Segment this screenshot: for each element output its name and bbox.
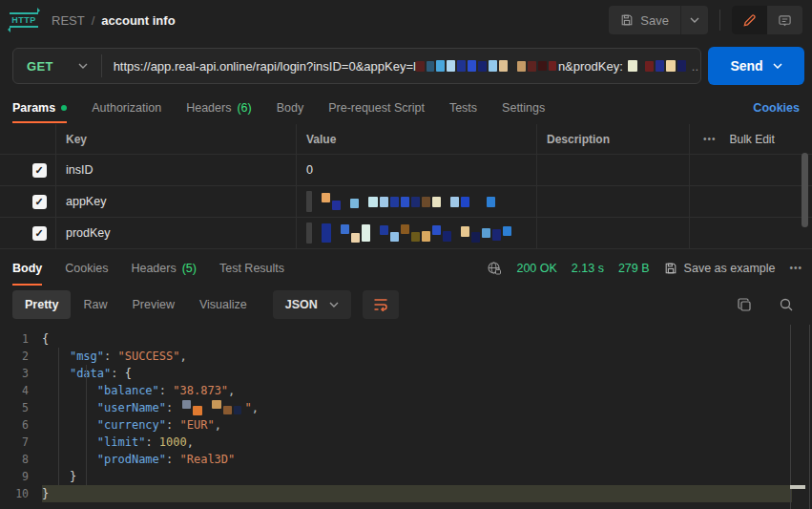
response-more-icon[interactable]: ••• — [789, 263, 802, 273]
code-token: "msg" — [70, 350, 104, 363]
save-options-button[interactable] — [680, 6, 708, 34]
param-value-cell[interactable] — [296, 186, 536, 217]
code-line: 8 "prodName": "Real3D" — [0, 451, 812, 468]
line-number: 10 — [0, 485, 42, 502]
code-line: 9 } — [0, 468, 812, 485]
redaction-block — [528, 61, 536, 72]
tab-body[interactable]: Body — [277, 93, 304, 123]
redaction-block — [422, 231, 430, 242]
redaction-block — [341, 224, 349, 234]
save-button[interactable]: Save — [609, 6, 708, 34]
tab-settings[interactable]: Settings — [502, 93, 545, 123]
tab-params[interactable]: Params — [12, 93, 67, 123]
code-token: , — [228, 384, 235, 397]
redaction-block — [322, 223, 331, 243]
code-token: 1000 — [159, 435, 187, 449]
param-checkbox[interactable] — [32, 195, 47, 209]
view-label: Preview — [132, 298, 174, 311]
code-token: { — [42, 332, 49, 346]
redaction-block — [223, 406, 232, 414]
chevron-down-icon — [78, 63, 88, 69]
response-tab-headers[interactable]: Headers (5) — [131, 250, 197, 286]
breadcrumb-request-name[interactable]: account info — [101, 13, 175, 28]
url-input[interactable]: https://app.real-api.online/rapi/login?i… — [114, 59, 700, 74]
send-button[interactable]: Send — [708, 47, 804, 85]
code-token: "prodName" — [97, 453, 166, 466]
response-time[interactable]: 2.13 s — [572, 262, 604, 275]
line-number: 3 — [0, 365, 42, 382]
param-description-cell[interactable] — [536, 155, 689, 185]
drag-handle[interactable] — [0, 218, 23, 248]
chevron-down-icon — [690, 17, 699, 23]
code-token: , — [187, 435, 194, 449]
chevron-down-icon — [773, 63, 782, 69]
more-actions-icon[interactable]: ••• — [703, 134, 717, 144]
search-icon[interactable] — [779, 297, 794, 312]
response-tab-cookies[interactable]: Cookies — [65, 250, 108, 286]
line-number: 4 — [0, 382, 42, 399]
drag-handle[interactable] — [0, 186, 23, 217]
view-raw[interactable]: Raw — [71, 290, 119, 319]
code-token: : — [111, 367, 124, 380]
chevron-down-icon — [329, 302, 339, 308]
response-tab-body[interactable]: Body — [12, 250, 42, 286]
param-checkbox[interactable] — [32, 226, 47, 241]
method-selector[interactable]: GET — [13, 59, 101, 74]
redaction-block — [401, 224, 409, 234]
save-as-example-button[interactable]: Save as example — [664, 262, 776, 275]
format-selector[interactable]: JSON — [273, 290, 351, 319]
param-value-cell[interactable] — [296, 218, 536, 248]
param-description-cell[interactable] — [536, 218, 689, 248]
param-value-cell[interactable]: 0 — [296, 155, 536, 185]
redaction-block — [401, 197, 409, 207]
response-tab-test-results[interactable]: Test Results — [219, 250, 284, 286]
cookies-link[interactable]: Cookies — [753, 101, 800, 115]
redaction-block — [517, 61, 526, 72]
param-row-insid: insID 0 — [0, 155, 812, 186]
comments-button[interactable] — [767, 6, 802, 34]
redaction-block — [432, 225, 441, 235]
response-size[interactable]: 279 B — [618, 262, 650, 275]
view-pretty[interactable]: Pretty — [12, 290, 71, 319]
redacted-value — [182, 403, 243, 413]
headers-count: (6) — [237, 101, 251, 115]
param-key-cell[interactable]: insID — [55, 155, 296, 185]
view-preview[interactable]: Preview — [119, 290, 186, 319]
param-key-cell[interactable]: appKey — [55, 186, 296, 217]
code-token: "Real3D" — [180, 453, 236, 466]
tab-authorization[interactable]: Authorization — [92, 93, 161, 123]
select-all-column — [23, 124, 55, 154]
globe-lock-icon[interactable] — [487, 261, 502, 276]
redaction-block — [447, 60, 455, 72]
edit-request-button[interactable] — [732, 6, 767, 34]
view-visualize[interactable]: Visualize — [187, 290, 260, 319]
code-scroll-track[interactable] — [790, 325, 791, 509]
code-scroll-marker[interactable] — [790, 485, 805, 489]
code-token: : — [145, 435, 158, 449]
response-body-viewer[interactable]: 1{2 "msg": "SUCCESS",3 "data": {4 "balan… — [0, 325, 812, 509]
view-label: Pretty — [25, 298, 58, 311]
copy-icon[interactable] — [737, 297, 752, 312]
breadcrumb-separator: / — [92, 13, 95, 28]
tab-headers[interactable]: Headers (6) — [186, 93, 252, 123]
line-number: 9 — [0, 468, 42, 485]
drag-handle[interactable] — [0, 155, 23, 185]
format-label: JSON — [285, 298, 318, 311]
breadcrumb-collection[interactable]: REST — [52, 13, 85, 28]
code-token: } — [70, 470, 76, 483]
status-badge[interactable]: 200 OK — [516, 262, 556, 275]
bulk-edit-button[interactable]: Bulk Edit — [730, 133, 775, 146]
tab-tests[interactable]: Tests — [449, 93, 477, 123]
redaction-block — [656, 60, 664, 72]
indent-guide — [58, 348, 59, 485]
param-checkbox[interactable] — [32, 163, 47, 178]
tab-pre-request-script[interactable]: Pre-request Script — [328, 93, 425, 123]
redaction-block — [457, 60, 466, 72]
save-button-label: Save — [640, 13, 669, 28]
wrap-text-button[interactable] — [363, 290, 399, 319]
response-meta: 200 OK 2.13 s 279 B Save as example ••• — [487, 261, 802, 276]
line-number: 5 — [0, 399, 42, 416]
param-key-cell[interactable]: prodKey — [55, 218, 296, 248]
param-description-cell[interactable] — [536, 186, 689, 217]
table-scrollbar[interactable] — [802, 153, 808, 227]
